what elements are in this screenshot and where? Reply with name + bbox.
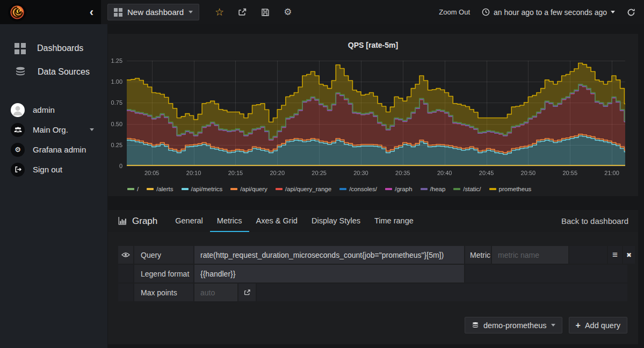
legend-item[interactable]: /alerts [147,186,173,192]
legend-label: /api/query [240,186,267,192]
chevron-down-icon [551,324,555,327]
grafana-logo-icon[interactable] [8,3,26,21]
sign-out-label: Sign out [33,165,62,174]
dashboard-grid-icon [114,8,122,17]
query-editor-table: Query Metric ≡ ✖ Legend format [118,246,627,301]
user-name-label: admin [33,105,55,114]
legend-swatch [339,188,346,190]
sidebar-item-datasources[interactable]: Data Sources [0,60,107,84]
avatar [11,103,25,117]
datasource-name-label: demo-prometheus [483,321,547,330]
dashboards-icon [15,43,26,54]
settings-gear-icon[interactable]: ⚙ [284,6,292,18]
sidebar-item-sign-out[interactable]: Sign out [0,160,107,179]
toggle-query-visibility-button[interactable] [118,246,133,264]
legend-row-gutter [118,265,133,282]
legend-label: prometheus [499,186,532,192]
share-button[interactable] [238,8,247,17]
sidebar-item-main-org[interactable]: Main Org. [0,120,107,140]
legend-label: /graph [395,186,413,192]
metric-name-input[interactable] [492,246,568,264]
query-row-spacer [569,246,607,264]
legend-row-spacer [465,265,627,282]
max-points-link-button[interactable] [238,284,256,301]
chart-legend: //alerts/api/metrics/api/query/api/query… [127,186,531,192]
legend-format-input[interactable] [194,265,464,282]
dashboard-title: New dashboard [127,8,184,17]
panel-title[interactable]: QPS [rate-5m] [108,34,638,49]
qps-chart-panel: QPS [rate-5m] //alerts/api/metrics/api/q… [108,34,638,196]
external-link-icon [244,289,251,296]
legend-item[interactable]: /consoles/ [339,186,377,192]
legend-swatch [421,188,428,190]
legend-label: / [137,186,139,192]
tab-metrics[interactable]: Metrics [210,210,249,232]
sidebar-item-dashboards[interactable]: Dashboards [0,37,107,60]
tab-axes-grid[interactable]: Axes & Grid [249,210,305,232]
editor-panel-type-label: Graph [132,216,157,227]
query-label: Query [134,246,193,264]
plus-icon: + [576,321,581,330]
legend-swatch [127,188,134,190]
legend-item[interactable]: /api/query [230,186,267,192]
legend-item[interactable]: /static/ [453,186,481,192]
query-input[interactable] [194,246,464,264]
save-icon [261,8,270,17]
sidebar-item-grafana-admin[interactable]: ⚙ Grafana admin [0,140,107,160]
legend-item[interactable]: /heap [421,186,446,192]
legend-item[interactable]: /api/query_range [276,186,331,192]
legend-item[interactable]: prometheus [489,186,532,192]
zoom-out-button[interactable]: Zoom Out [439,8,470,16]
legend-label: /api/metrics [191,186,223,192]
sidebar-item-label: Data Sources [38,67,90,77]
eye-icon [121,252,130,258]
top-navbar: ‹ New dashboard ☆ ⚙ Zoom Out an hour ago… [0,0,644,24]
tab-time-range[interactable]: Time range [367,210,421,232]
time-picker-button[interactable]: an hour ago to a few seconds ago [482,8,615,17]
admin-gear-icon: ⚙ [11,143,25,157]
refresh-button[interactable] [627,8,635,17]
add-query-button[interactable]: + Add query [569,317,627,334]
collapse-sidebar-chevron-icon[interactable]: ‹ [90,6,93,18]
hamburger-icon: ≡ [612,250,618,260]
graph-editor-panel: Graph General Metrics Axes & Grid Displa… [108,210,638,344]
legend-item[interactable]: /graph [385,186,413,192]
legend-format-cell [194,265,464,282]
query-row: Query Metric ≡ ✖ [118,246,627,264]
tab-display-styles[interactable]: Display Styles [305,210,367,232]
sidebar-item-admin[interactable]: admin [0,100,107,120]
editor-header: Graph General Metrics Axes & Grid Displa… [108,210,638,232]
remove-query-button[interactable]: ✖ [623,246,635,264]
legend-swatch [385,188,392,190]
qps-chart-canvas[interactable] [108,55,638,183]
refresh-icon [627,8,635,17]
legend-swatch [230,188,237,190]
sign-out-icon [11,163,25,177]
dashboard-title-button[interactable]: New dashboard [107,4,199,20]
star-button[interactable]: ☆ [215,6,224,18]
legend-item[interactable]: / [127,186,139,192]
clock-icon [482,8,490,16]
legend-label: /consoles/ [349,186,377,192]
add-query-label: Add query [585,321,620,330]
navbar-logo-area: ‹ [0,0,101,24]
tab-general[interactable]: General [168,210,210,232]
org-name-label: Main Org. [33,125,68,134]
query-menu-button[interactable]: ≡ [608,246,622,264]
datasource-button[interactable]: demo-prometheus [465,317,562,334]
legend-format-row: Legend format [118,265,627,282]
save-button[interactable] [261,8,270,17]
max-points-cell [194,284,237,301]
legend-item[interactable]: /api/metrics [182,186,223,192]
legend-format-label: Legend format [134,265,193,282]
metric-input-cell [492,246,568,264]
max-points-row: Max points [118,284,627,301]
legend-swatch [276,188,283,190]
legend-swatch [147,188,154,190]
close-icon: ✖ [626,251,632,259]
back-to-dashboard-link[interactable]: Back to dashboard [561,216,628,226]
sidebar: Dashboards Data Sources admin [0,24,107,348]
database-icon [15,66,26,78]
legend-label: /static/ [463,186,481,192]
max-points-input[interactable] [194,284,237,301]
